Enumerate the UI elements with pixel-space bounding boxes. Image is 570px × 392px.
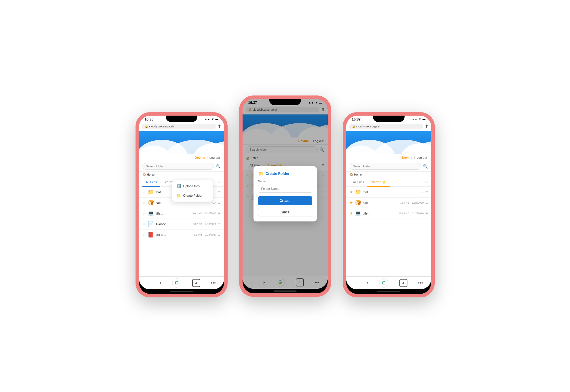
modal-overlay-2: 📁 Create Folder Name Create Cancel	[243, 99, 328, 289]
star-avance-1[interactable]: ☆	[142, 222, 146, 226]
file-icon-title-3: 💻	[355, 210, 361, 217]
file-date-title-1: 2/28/2020	[205, 212, 216, 215]
modal-create-btn[interactable]: Create	[258, 196, 312, 205]
file-name-title-3: title...	[363, 212, 397, 215]
file-name-getst-1: get-st...	[156, 233, 192, 236]
home-indicator-2	[243, 289, 328, 293]
modal-title-row: 📁 Create Folder	[258, 171, 312, 176]
file-date-avance-1: 3/10/2020	[205, 223, 216, 225]
modal-label: Name	[258, 180, 312, 183]
star-that-3[interactable]: ★	[350, 190, 353, 194]
browser-bottom-3: ‹ › G 4 •••	[346, 276, 431, 289]
tab-menu-btn-1[interactable]: ≡	[218, 179, 220, 185]
more-btn-3[interactable]: •••	[418, 280, 423, 286]
app-nav-1: Devina | Log out	[139, 154, 224, 161]
tabs-count-1[interactable]: 4	[192, 279, 200, 287]
url-bar-3[interactable]: 🔒 cloudybox.surge.sh	[349, 124, 423, 129]
back-btn-1[interactable]: ‹	[147, 280, 149, 286]
tab-starred-3[interactable]: Starred ⭐	[367, 178, 390, 187]
breadcrumb-1: 🏠 Home	[139, 172, 224, 178]
home-icon-1: 🏠	[142, 173, 146, 176]
tab-allfiles-3[interactable]: All Files	[350, 178, 368, 187]
file-icon-avance-1: 📄	[148, 221, 154, 227]
file-icon-bak-3: 🍞	[355, 200, 361, 206]
forward-btn-3[interactable]: ›	[367, 280, 369, 286]
nav-user-3: Devina	[402, 156, 412, 159]
file-icon-getst-1: 📕	[148, 232, 154, 238]
nav-user-1: Devina	[195, 156, 205, 159]
star-title-1[interactable]: ☆	[142, 211, 146, 215]
star-bak-1[interactable]: ☆	[142, 200, 146, 205]
signal-icon: ▲▲	[205, 118, 210, 121]
phone-1: 16:36 ▲▲ ▼ ▬ 🔒 cloudybox.surge.sh ⬆	[136, 112, 228, 297]
phone-3: 16:37 ▲▲ ▼ ▬ 🔒 cloudybox.surge.sh ⬆	[343, 112, 435, 297]
file-menu-title-3[interactable]: ≡	[425, 211, 428, 216]
status-icons-3: ▲▲ ▼ ▬	[412, 118, 426, 121]
nav-logout-1[interactable]: Log out	[209, 156, 220, 159]
phone-2: 16:37 ▲▲ ▼ ▬ 🔒 cloudybox.surge.sh ⬆	[239, 95, 331, 297]
status-time-3: 16:37	[352, 117, 361, 121]
file-row-bak-3: ★ 🍞 bak... 72.4 KB 2/26/2020 ≡	[346, 198, 431, 208]
share-btn-3[interactable]: ⬆	[425, 124, 428, 129]
file-size-title-1: 170.1 KB	[191, 212, 202, 215]
url-bar-1[interactable]: 🔒 cloudybox.surge.sh	[142, 124, 216, 129]
g-button-1[interactable]: G	[172, 278, 181, 288]
file-size-title-3: 170.1 KB	[399, 212, 409, 215]
folder-name-input[interactable]	[258, 185, 312, 193]
notch-3	[373, 116, 405, 122]
file-size-avance-1: 90.2 KB	[193, 223, 202, 225]
search-input-1[interactable]	[142, 163, 214, 170]
file-menu-bak-1[interactable]: ≡	[218, 200, 220, 205]
file-size-that-3: —	[421, 191, 424, 194]
file-menu-bak-3[interactable]: ≡	[425, 200, 428, 205]
tabs-count-3[interactable]: 4	[399, 279, 407, 287]
search-btn-1[interactable]: 🔍	[216, 164, 221, 169]
file-menu-avance-1[interactable]: ≡	[218, 222, 220, 226]
status-time-1: 16:36	[145, 117, 154, 121]
browser-bar-3: 🔒 cloudybox.surge.sh ⬆	[346, 123, 431, 131]
nav-logout-3[interactable]: Log out	[417, 156, 427, 159]
upload-icon-1: ⬆️	[176, 184, 181, 188]
lock-icon-3: 🔒	[352, 125, 355, 128]
home-icon-3: 🏠	[350, 173, 353, 176]
modal-cancel-btn[interactable]: Cancel	[258, 208, 312, 217]
g-button-3[interactable]: G	[379, 278, 388, 288]
file-menu-getst-1[interactable]: ≡	[218, 232, 220, 237]
search-bar-1: 🔍	[139, 161, 224, 172]
tab-allfiles-1[interactable]: All Files	[142, 178, 161, 187]
more-btn-1[interactable]: •••	[211, 280, 216, 286]
file-size-getst-1: 1.1 MB	[194, 233, 202, 236]
file-name-that-3: that	[363, 190, 420, 194]
app-nav-3: Devina | Log out	[346, 154, 431, 161]
folder-icon-that-3: 📁	[355, 189, 361, 195]
home-indicator-3	[346, 289, 431, 294]
star-that-1[interactable]: ☆	[142, 190, 146, 194]
dropdown-createfolder-1[interactable]: 📁 Create Folder	[172, 191, 213, 200]
star-title-3[interactable]: ★	[350, 211, 353, 215]
file-row-title-1: ☆ 💻 title... 170.1 KB 2/28/2020 ≡	[139, 208, 224, 219]
dropdown-upload-1[interactable]: ⬆️ Upload files	[172, 181, 213, 191]
file-menu-title-1[interactable]: ≡	[218, 211, 220, 216]
file-date-title-3: 2/28/2020	[412, 212, 424, 215]
dropdown-menu-1: ⬆️ Upload files 📁 Create Folder	[172, 180, 213, 202]
search-bar-3: 🔍	[346, 161, 431, 172]
file-menu-that-3[interactable]: ≡	[425, 190, 428, 194]
tab-menu-btn-3[interactable]: ≡	[425, 179, 428, 185]
signal-icon-3: ▲▲	[412, 118, 418, 121]
search-input-3[interactable]	[350, 163, 421, 170]
wifi-icon: ▼	[211, 118, 214, 121]
file-name-bak-3: bak...	[363, 201, 399, 204]
star-bak-3[interactable]: ★	[350, 200, 353, 205]
file-list-3: ★ 📁 that — ≡ ★ 🍞 bak... 72.4 KB 2/26/202…	[346, 187, 431, 276]
back-btn-3[interactable]: ‹	[354, 280, 356, 286]
search-btn-3[interactable]: 🔍	[423, 164, 428, 169]
star-getst-1[interactable]: ☆	[142, 232, 146, 237]
file-name-avance-1: Avance...	[156, 222, 191, 226]
share-btn-1[interactable]: ⬆	[218, 124, 221, 129]
browser-bar-1: 🔒 cloudybox.surge.sh ⬆	[139, 123, 224, 131]
file-menu-that-1[interactable]: ≡	[218, 190, 220, 194]
file-size-bak-3: 72.4 KB	[400, 201, 409, 204]
file-row-avance-1: ☆ 📄 Avance... 90.2 KB 3/10/2020 ≡	[139, 219, 224, 230]
file-row-that-3: ★ 📁 that — ≡	[346, 187, 431, 198]
forward-btn-1[interactable]: ›	[160, 280, 161, 286]
